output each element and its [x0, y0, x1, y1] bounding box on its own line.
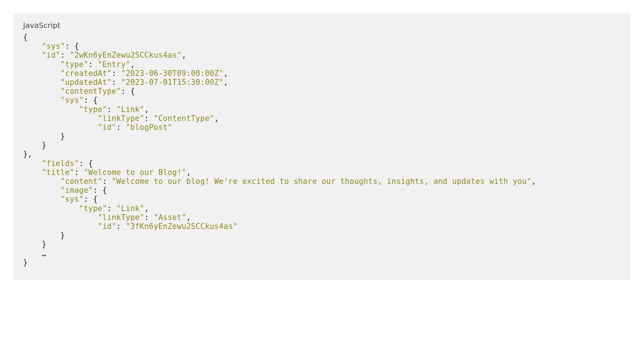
- key-createdAt: "createdAt": [60, 69, 112, 78]
- key-sys2: "sys": [60, 96, 84, 105]
- val-id-blogPost: "blogPost": [126, 123, 172, 132]
- key-contentType: "contentType": [60, 87, 121, 96]
- key-title: "title": [42, 168, 74, 177]
- val-id-asset: "3fKn6yEnZewu2SCCkus4as": [126, 222, 238, 231]
- key-sys3: "sys": [60, 195, 84, 204]
- key-linkType: "linkType": [98, 114, 144, 123]
- key-sys: "sys": [42, 42, 65, 51]
- key-id: "id": [42, 51, 60, 60]
- language-label: JavaScript: [23, 21, 621, 30]
- key-fields: "fields": [42, 159, 79, 168]
- val-id: "2wKn6yEnZewu2SCCkus4as": [70, 51, 181, 60]
- key-linkType2: "linkType": [98, 213, 144, 222]
- val-title: "Welcome to our Blog!": [84, 168, 186, 177]
- val-createdAt: "2023-06-30T09:00:00Z": [121, 69, 223, 78]
- key-content: "content": [60, 177, 102, 186]
- val-updatedAt: "2023-07-01T15:30:00Z": [121, 78, 223, 87]
- val-type: "Entry": [98, 60, 131, 69]
- val-content: "Welcome to our blog! We're excited to s…: [112, 177, 531, 186]
- key-id2: "id": [98, 123, 116, 132]
- key-updatedAt: "updatedAt": [60, 78, 112, 87]
- val-linkType-ct: "ContentType": [154, 114, 214, 123]
- key-image: "image": [60, 186, 93, 195]
- code-content[interactable]: { "sys": { "id": "2wKn6yEnZewu2SCCkus4as…: [23, 33, 621, 267]
- val-type-link2: "Link": [116, 204, 144, 213]
- ellipsis: …: [42, 249, 46, 258]
- key-id3: "id": [98, 222, 116, 231]
- key-type2: "type": [79, 105, 107, 114]
- val-type-link: "Link": [116, 105, 144, 114]
- code-block: JavaScript { "sys": { "id": "2wKn6yEnZew…: [13, 13, 631, 280]
- key-type: "type": [60, 60, 88, 69]
- val-linkType-asset: "Asset": [154, 213, 186, 222]
- key-type3: "type": [79, 204, 107, 213]
